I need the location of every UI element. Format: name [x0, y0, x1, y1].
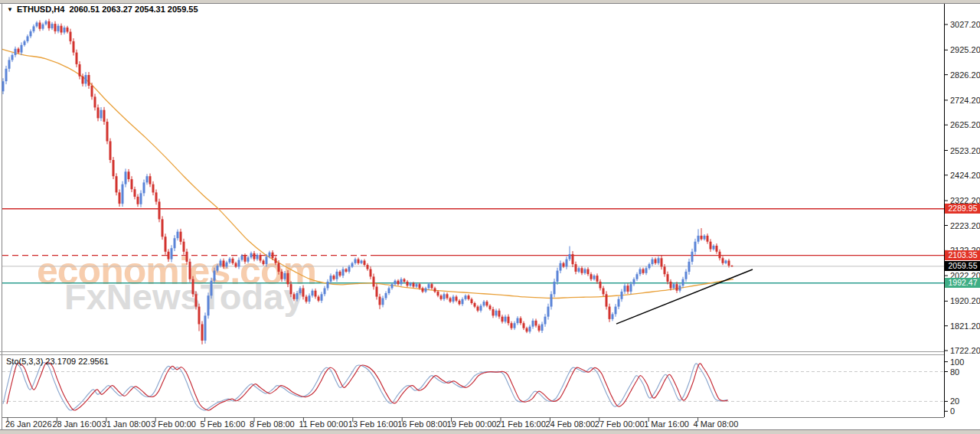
svg-text:0: 0	[950, 406, 955, 416]
chart-window: economies.com FxNewsToday 3027.202925.20…	[0, 0, 980, 434]
svg-text:100: 100	[950, 357, 964, 367]
svg-text:3 Feb 00:00: 3 Feb 00:00	[151, 419, 196, 429]
chart-symbol-period: ETHUSD,H4	[17, 5, 64, 14]
svg-text:28 Jan 16:00: 28 Jan 16:00	[52, 419, 101, 429]
svg-text:80: 80	[950, 367, 959, 377]
svg-text:8 Feb 08:00: 8 Feb 08:00	[250, 419, 295, 429]
chart-title: ▼ETHUSD,H4 2060.51 2063.27 2054.31 2059.…	[7, 5, 198, 14]
svg-text:1920.20: 1920.20	[950, 296, 980, 305]
svg-text:2424.20: 2424.20	[950, 171, 980, 180]
chart-dropdown-icon[interactable]: ▼	[7, 6, 13, 13]
svg-text:1722.20: 1722.20	[950, 346, 980, 355]
svg-text:24 Feb 08:00: 24 Feb 08:00	[545, 419, 595, 429]
svg-text:13 Feb 16:00: 13 Feb 16:00	[348, 419, 398, 429]
stochastic-pane	[2, 363, 944, 410]
pane-borders	[0, 4, 945, 418]
price-levels	[2, 209, 944, 283]
price-badge-current: 2059.55	[945, 261, 980, 271]
svg-text:16 Feb 08:00: 16 Feb 08:00	[397, 419, 447, 429]
candles	[2, 19, 733, 344]
svg-text:19 Feb 00:00: 19 Feb 00:00	[447, 419, 497, 429]
svg-text:31 Jan 08:00: 31 Jan 08:00	[102, 419, 151, 429]
svg-text:2724.20: 2724.20	[950, 96, 980, 105]
price-badge-resistance-lower: 2103.35	[945, 250, 980, 260]
svg-text:11 Feb 00:00: 11 Feb 00:00	[299, 419, 348, 429]
svg-text:27 Feb 00:00: 27 Feb 00:00	[595, 419, 645, 429]
svg-text:2625.20: 2625.20	[950, 120, 980, 129]
svg-text:2223.20: 2223.20	[950, 221, 980, 230]
svg-text:5 Feb 16:00: 5 Feb 16:00	[201, 419, 246, 429]
svg-text:1821.20: 1821.20	[950, 321, 980, 331]
price-badge-support: 1992.47	[945, 278, 980, 288]
chart-canvas[interactable]: 3027.202925.202826.202724.202625.202523.…	[0, 0, 980, 434]
svg-text:1 Mar 16:00: 1 Mar 16:00	[644, 419, 689, 429]
price-axis: 3027.202925.202826.202724.202625.202523.…	[944, 20, 980, 355]
svg-text:3027.20: 3027.20	[950, 20, 980, 29]
svg-text:2925.20: 2925.20	[950, 45, 980, 54]
svg-text:21 Feb 16:00: 21 Feb 16:00	[496, 419, 546, 429]
price-badge-resistance-upper: 2289.95	[945, 204, 980, 214]
svg-text:2826.20: 2826.20	[950, 70, 980, 80]
chart-ohlc-values: 2060.51 2063.27 2054.31 2059.55	[69, 5, 198, 14]
moving-average-line	[2, 49, 733, 298]
window-bottom-band	[0, 429, 980, 434]
stochastic-indicator-label: Sto(5,3,3) 23.1709 22.9561	[6, 357, 109, 366]
date-axis[interactable]: 26 Jan 202628 Jan 16:0031 Jan 08:003 Feb…	[5, 418, 738, 429]
indicator-axis: 10080200	[944, 357, 964, 416]
svg-text:20: 20	[950, 396, 959, 406]
svg-text:26 Jan 2026: 26 Jan 2026	[5, 419, 52, 429]
svg-text:2523.20: 2523.20	[950, 146, 980, 155]
svg-text:4 Mar 08:00: 4 Mar 08:00	[694, 419, 739, 429]
